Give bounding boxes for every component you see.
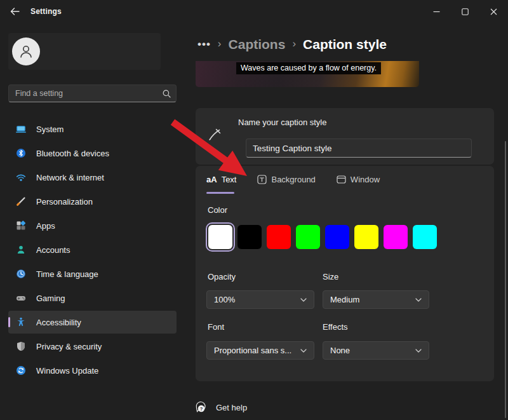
page-title: Caption style — [303, 37, 387, 52]
sidebar-item-windows-update[interactable]: Windows Update — [8, 359, 177, 382]
sidebar-item-system[interactable]: System — [8, 118, 177, 140]
breadcrumb-ellipsis-button[interactable]: ••• — [197, 41, 211, 48]
system-icon — [16, 124, 26, 134]
update-icon — [16, 365, 26, 376]
color-section-label: Color — [208, 205, 227, 215]
swatch-black[interactable] — [237, 225, 262, 249]
sidebar-item-accounts[interactable]: Accounts — [8, 238, 177, 261]
size-label: Size — [323, 272, 338, 281]
search-box[interactable] — [8, 85, 177, 102]
sidebar-item-label: Windows Update — [36, 366, 98, 376]
sidebar-item-label: System — [36, 125, 64, 134]
breadcrumb-captions-link[interactable]: Captions — [229, 37, 286, 52]
edit-pen-icon — [207, 127, 222, 142]
swatch-green[interactable] — [296, 225, 320, 249]
window-controls — [422, 0, 508, 23]
back-button[interactable] — [4, 3, 25, 20]
sidebar-item-label: Time & language — [36, 269, 98, 279]
font-label: Font — [208, 322, 224, 332]
opacity-value: 100% — [214, 295, 300, 304]
sidebar-nav: System Bluetooth & devices Network & int… — [8, 118, 177, 383]
sidebar-item-label: Gaming — [36, 294, 65, 303]
tab-label: Window — [351, 175, 380, 184]
search-input[interactable] — [14, 88, 163, 98]
sidebar-item-accessibility[interactable]: Accessibility — [8, 311, 177, 334]
shield-icon — [16, 341, 26, 351]
sidebar-item-time-language[interactable]: Time & language — [8, 262, 177, 285]
size-value: Medium — [330, 295, 415, 304]
style-tabs: aA Text Background Window — [206, 175, 401, 184]
sidebar-item-gaming[interactable]: Gaming — [8, 287, 177, 309]
swatch-red[interactable] — [267, 225, 291, 249]
swatch-blue[interactable] — [325, 225, 349, 249]
accounts-icon — [16, 245, 26, 255]
wifi-icon — [16, 172, 26, 182]
sidebar-item-label: Accessibility — [36, 318, 81, 327]
text-tab-icon: aA — [206, 175, 217, 184]
swatch-yellow[interactable] — [354, 225, 378, 249]
size-dropdown[interactable]: Medium — [323, 290, 429, 309]
chevron-down-icon — [300, 298, 307, 302]
opacity-dropdown[interactable]: 100% — [206, 290, 314, 309]
window-tab-icon — [337, 175, 346, 184]
tab-label: Background — [271, 175, 315, 184]
caption-name-input[interactable] — [246, 139, 472, 158]
brush-icon — [16, 196, 26, 207]
titlebar: Settings — [0, 0, 508, 23]
get-help-icon: ? — [194, 401, 208, 414]
sidebar-item-bluetooth[interactable]: Bluetooth & devices — [8, 142, 177, 165]
color-swatch-row — [208, 225, 437, 249]
effects-value: None — [330, 346, 415, 355]
active-tab-underline — [206, 192, 234, 194]
breadcrumb-separator: › — [218, 37, 222, 51]
person-icon — [18, 43, 34, 60]
get-help-label: Get help — [216, 403, 247, 412]
sidebar-item-personalization[interactable]: Personalization — [8, 190, 177, 213]
effects-label: Effects — [323, 322, 348, 332]
get-help-row[interactable]: ? Get help — [194, 401, 247, 414]
bluetooth-icon — [16, 148, 26, 158]
sidebar-item-label: Accounts — [36, 245, 70, 255]
vertical-scrollbar[interactable] — [505, 141, 506, 418]
tab-text[interactable]: aA Text — [206, 175, 236, 184]
tab-background[interactable]: Background — [257, 175, 315, 184]
swatch-cyan[interactable] — [413, 225, 437, 249]
selected-accent-pill — [8, 317, 10, 327]
sidebar-item-label: Privacy & security — [36, 342, 102, 351]
effects-dropdown[interactable]: None — [323, 341, 429, 360]
sidebar-item-apps[interactable]: Apps — [8, 214, 177, 237]
maximize-button[interactable] — [451, 0, 479, 23]
sidebar-item-label: Bluetooth & devices — [36, 149, 109, 158]
chevron-down-icon — [415, 298, 422, 302]
app-title: Settings — [30, 7, 62, 16]
chevron-down-icon — [300, 349, 307, 353]
apps-icon — [16, 220, 26, 231]
breadcrumb-separator: › — [292, 37, 296, 51]
maximize-icon — [462, 8, 469, 15]
tab-window[interactable]: Window — [337, 175, 380, 184]
preview-caption-text: Waves are caused by a flow of energy. — [236, 62, 381, 74]
account-row[interactable] — [8, 33, 161, 70]
sidebar-item-label: Personalization — [36, 197, 93, 207]
chevron-down-icon — [415, 349, 422, 353]
swatch-white[interactable] — [208, 225, 232, 249]
sidebar-item-network[interactable]: Network & internet — [8, 166, 177, 189]
accessibility-icon — [16, 317, 26, 327]
breadcrumb: ••• › Captions › Caption style — [197, 34, 387, 55]
clock-icon — [16, 269, 26, 279]
swatch-magenta[interactable] — [384, 225, 408, 249]
caption-style-card: aA Text Background Window Color Opaci — [196, 166, 494, 381]
caption-name-card: Name your caption style — [196, 108, 494, 165]
gamepad-icon — [16, 293, 26, 303]
tab-label: Text — [222, 175, 237, 184]
minimize-icon — [433, 8, 440, 15]
minimize-button[interactable] — [422, 0, 451, 23]
svg-text:?: ? — [200, 406, 203, 412]
sidebar-item-privacy[interactable]: Privacy & security — [8, 335, 177, 358]
caption-name-label: Name your caption style — [238, 118, 326, 127]
font-dropdown[interactable]: Proportional sans s... — [206, 341, 314, 360]
sidebar-item-label: Apps — [36, 221, 55, 231]
avatar — [12, 37, 40, 65]
close-icon — [490, 8, 497, 15]
close-button[interactable] — [479, 0, 508, 23]
